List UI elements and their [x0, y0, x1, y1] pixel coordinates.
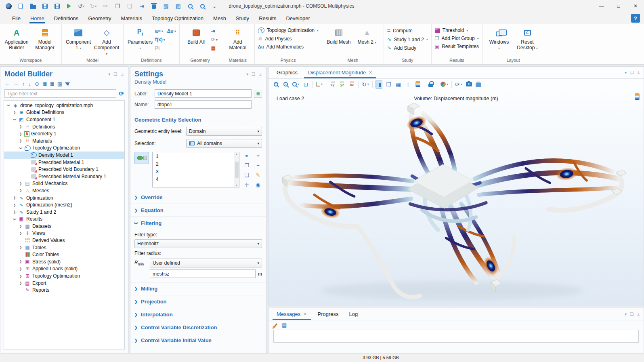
help-button[interactable]: ? [631, 14, 640, 23]
expand-chevron[interactable]: ❯ [19, 132, 23, 136]
add-plot-group-button[interactable]: ❐ Add Plot Group▾ [435, 36, 479, 41]
tree-item[interactable]: Prescribed Material 1 [4, 159, 124, 166]
expand-chevron[interactable]: ❯ [13, 196, 17, 200]
add-mathematics-button[interactable]: Δu Add Mathematics [258, 44, 319, 50]
ribbon-tab-definitions[interactable]: Definitions [49, 13, 84, 23]
scene-icon[interactable]: ❒ [385, 80, 392, 89]
model-tree-node-text-icon[interactable]: ▥▾ [57, 81, 61, 87]
component-1-button[interactable]: Component 1 ▾ [65, 27, 92, 51]
expand-chevron[interactable]: ❯ [19, 267, 23, 271]
color-legend-icon[interactable] [414, 80, 421, 89]
ribbon-tab-study[interactable]: Study [231, 13, 254, 23]
model-manager-button[interactable]: Model Manager [31, 27, 58, 51]
comsol-logo-icon[interactable] [3, 1, 14, 11]
minimize-button[interactable]: — [593, 0, 610, 12]
move-down-icon[interactable]: ↓ [29, 81, 31, 87]
run-icon[interactable] [64, 1, 74, 11]
color-legend-icon[interactable] [635, 93, 640, 100]
collapse-chevron[interactable]: ❯ [13, 118, 17, 122]
tree-item[interactable]: ✎Reports [4, 286, 124, 294]
ribbon-tab-developer[interactable]: Developer [281, 13, 315, 23]
add-material-button[interactable]: ⠿ Add Material [224, 27, 251, 51]
messages-tab-log[interactable]: Log [344, 309, 363, 320]
go-to-default-view-icon[interactable]: ▾ [315, 80, 323, 89]
close-tab-icon[interactable]: ✕ [369, 70, 372, 75]
color-palette-icon[interactable]: ▾ [440, 80, 449, 89]
application-builder-button[interactable]: A Application Builder [3, 27, 30, 51]
move-up-icon[interactable]: ↑ [22, 81, 25, 87]
nonlocal-couplings-button[interactable]: Δu▾ [167, 28, 176, 34]
create-selection-icon[interactable]: ⚭ [243, 152, 251, 159]
transparency-icon[interactable]: ◨ [375, 80, 382, 89]
activate-selection-toggle[interactable] [134, 152, 149, 164]
windows-button[interactable]: Windows▾ [486, 27, 512, 51]
close-button[interactable]: ✕ [627, 0, 644, 12]
toggle-visibility-icon[interactable]: ◉ [254, 181, 262, 188]
tree-item[interactable]: Prescribed Material Boundary 1 [4, 173, 124, 180]
panel-pin-icon[interactable]: ⊥ [637, 70, 640, 75]
entity-level-combo[interactable]: Domain▾ [186, 127, 262, 136]
parameter-case-button[interactable]: Pi [155, 45, 159, 51]
ribbon-tab-materials[interactable]: Materials [116, 13, 147, 23]
graphics-tab-displacement-magnitude[interactable]: Displacement Magnitude✕ [303, 67, 377, 78]
section-milling[interactable]: ❯Milling [130, 282, 266, 295]
variables-button[interactable]: a=▾ [155, 28, 163, 34]
update-geometry-button[interactable]: ⟳▾ [211, 37, 218, 42]
rotate-icon[interactable]: ↻▾ [361, 80, 369, 89]
tree-item[interactable]: ❯⊞Applied Loads (solid) [4, 265, 124, 273]
add-physics-button[interactable]: ⚛ Add Physics [258, 36, 319, 42]
compute-button[interactable]: = Compute [387, 27, 428, 34]
expand-chevron[interactable]: ❯ [19, 189, 23, 192]
expand-chevron[interactable]: ❯ [19, 260, 23, 263]
maximize-button[interactable]: □ [610, 0, 627, 12]
save-as-icon[interactable] [52, 1, 62, 11]
tree-item[interactable]: ❯?Topology Optimization [4, 145, 124, 152]
tree-item[interactable]: ❯⊞Topology Optimization [4, 272, 124, 280]
clear-messages-icon[interactable] [274, 323, 277, 327]
collapse-chevron[interactable]: ❯ [13, 217, 17, 221]
add-study-button[interactable]: ∿ Add Study [387, 45, 428, 51]
ribbon-tab-topology-optimization[interactable]: Topology Optimization [147, 13, 208, 23]
find-icon[interactable] [185, 1, 195, 11]
domain-list-item[interactable]: 2 [153, 161, 234, 168]
expand-chevron[interactable]: ❯ [19, 246, 23, 249]
open-messages-window-icon[interactable]: ▦ [282, 322, 287, 328]
expand-chevron[interactable]: ❯ [19, 139, 23, 143]
customize-icon[interactable]: ⌄ [209, 1, 220, 11]
open-file-icon[interactable] [27, 1, 38, 11]
tree-item[interactable]: ❯▦Tables [4, 244, 124, 251]
tree-item[interactable]: Prescribed Void Boundary 1 [4, 166, 124, 173]
build-mesh-button[interactable]: Build Mesh [325, 27, 352, 45]
copy-icon[interactable]: ❐ [112, 1, 123, 11]
panel-menu-icon[interactable]: ▾ [625, 70, 627, 75]
selection-list-scrollbar[interactable]: ▲▼ [234, 152, 239, 187]
panel-pin-icon[interactable]: ⊥ [258, 72, 262, 76]
tree-item[interactable]: ❯▣Stress (solid) [4, 258, 124, 265]
new-file-icon[interactable] [15, 1, 26, 11]
tree-item[interactable]: ❯▤Export [4, 280, 124, 287]
expand-chevron[interactable]: ❯ [19, 125, 23, 128]
view-xy-icon[interactable]: xy [329, 80, 336, 89]
collapse-chevron[interactable]: ❯ [7, 103, 10, 107]
messages-tab-progress[interactable]: Progress [313, 309, 343, 320]
panel-menu-icon[interactable]: ▾ [625, 312, 627, 316]
paste-selection-icon[interactable]: ❏ [243, 171, 251, 179]
forward-icon[interactable]: → [13, 81, 19, 87]
tree-item[interactable]: ❯⠿Materials [4, 137, 124, 145]
ribbon-tab-home[interactable]: Home [25, 13, 49, 23]
view-yz-icon[interactable]: yz [339, 80, 346, 89]
close-tab-icon[interactable]: ✕ [303, 311, 307, 317]
insert-sequence-button[interactable]: ⇥ [211, 28, 218, 34]
find-in-files-icon[interactable] [197, 1, 208, 11]
panel-menu-icon[interactable]: ▾ [108, 72, 110, 76]
expand-chevron[interactable]: ❯ [19, 281, 23, 285]
section-interpolation[interactable]: ❯Interpolation [130, 308, 266, 321]
grid-icon[interactable]: ▦ [395, 80, 402, 89]
ribbon-tab-mesh[interactable]: Mesh [208, 13, 231, 23]
update-plot-icon[interactable]: ⟳▾ [455, 80, 463, 89]
tree-item[interactable]: ❯∿Optimization (mesh2) [4, 201, 124, 208]
tree-item[interactable]: ❯∿Study 1 and 2 [4, 208, 124, 216]
tree-item[interactable]: ❯∿Optimization [4, 194, 124, 202]
study-1-and-2-button[interactable]: ∿ Study 1 and 2▾ [387, 36, 428, 42]
zoom-to-selection-icon[interactable]: ✛ [243, 181, 251, 188]
